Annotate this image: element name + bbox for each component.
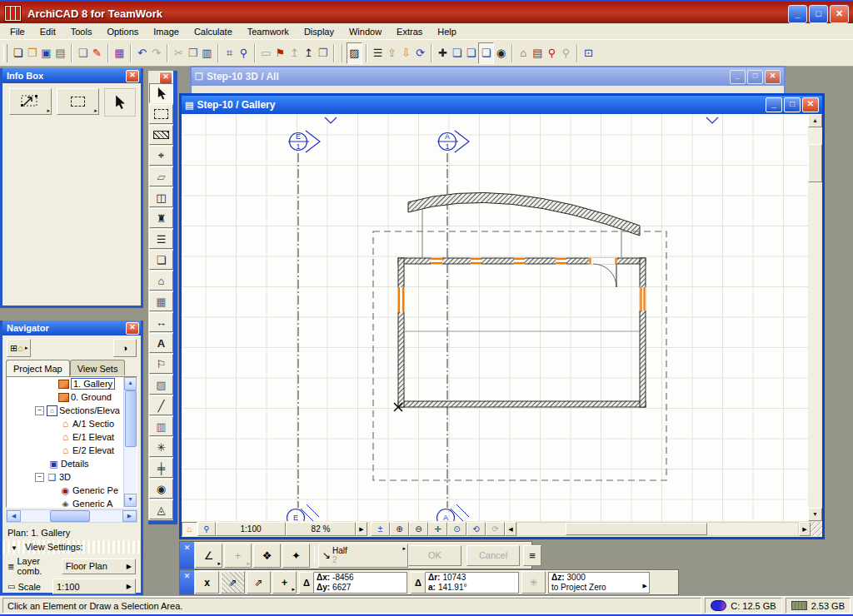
info-box-titlebar[interactable]: Info Box ✕ bbox=[2, 68, 141, 83]
story-button[interactable]: ⌂ bbox=[182, 522, 197, 536]
layer-comb-button[interactable]: Floor Plan ▶ bbox=[62, 559, 136, 574]
close-button[interactable]: ✕ bbox=[765, 70, 781, 84]
scrollbar-thumb[interactable] bbox=[566, 523, 707, 535]
tool-detail[interactable]: ◉ bbox=[149, 479, 173, 499]
new-button[interactable]: ❏ bbox=[11, 43, 25, 63]
menu-edit[interactable]: Edit bbox=[32, 25, 63, 38]
tool-arrow[interactable] bbox=[149, 83, 173, 103]
story-up-button[interactable]: ⇧ bbox=[385, 43, 399, 63]
send-backward-button[interactable]: ↥ bbox=[302, 43, 316, 63]
tool-palette-header[interactable]: ✕ bbox=[148, 71, 173, 83]
publisher-globe-button[interactable]: ◑ bbox=[113, 339, 137, 357]
close-icon[interactable]: ✕ bbox=[180, 570, 194, 594]
zoom-level-button[interactable]: 82 % bbox=[286, 522, 356, 536]
close-icon[interactable]: ✕ bbox=[180, 542, 194, 569]
minimize-button[interactable]: _ bbox=[788, 5, 807, 23]
horizontal-scrollbar[interactable] bbox=[516, 522, 799, 536]
quick-options-dropdown[interactable]: ↘ Half 2 ▸ bbox=[318, 544, 408, 568]
marquee-selection[interactable] bbox=[373, 231, 666, 480]
collapse-icon[interactable]: − bbox=[35, 406, 44, 415]
window-openings[interactable] bbox=[397, 257, 646, 312]
minimize-button[interactable]: _ bbox=[766, 97, 782, 112]
tree-item-3d[interactable]: − ❑ 3D bbox=[7, 470, 137, 484]
section-tick[interactable] bbox=[325, 117, 337, 123]
scrollbar-thumb[interactable] bbox=[50, 510, 90, 522]
close-icon[interactable]: ✕ bbox=[126, 70, 139, 82]
walls[interactable] bbox=[398, 258, 646, 407]
zoom-in-button[interactable]: ⊕ bbox=[390, 522, 409, 536]
scale-button[interactable]: 1:100 ▶ bbox=[52, 579, 136, 594]
maximize-button[interactable]: □ bbox=[747, 70, 763, 84]
door-opening[interactable] bbox=[589, 257, 617, 287]
grid-snap-button[interactable]: ⇗ bbox=[247, 571, 271, 594]
project-tree[interactable]: 1. Gallery 0. Ground − ⌂ Sections/Eleva … bbox=[6, 376, 137, 508]
scroll-right-icon[interactable]: ▶ bbox=[799, 522, 811, 536]
scrollbar-thumb[interactable] bbox=[808, 144, 822, 182]
tree-item-sections[interactable]: − ⌂ Sections/Eleva bbox=[7, 404, 137, 417]
elevation-marker-e1[interactable]: E 1 bbox=[288, 131, 320, 152]
tree-item-ground[interactable]: 0. Ground bbox=[7, 390, 137, 404]
duplicate-button[interactable]: ❐ bbox=[316, 43, 330, 63]
cancel-button[interactable]: Cancel bbox=[466, 545, 520, 566]
tool-roof[interactable]: ⌂ bbox=[149, 271, 173, 291]
elevation-marker-a1[interactable]: A 1 bbox=[437, 131, 469, 152]
scroll-up-icon[interactable]: ▲ bbox=[808, 114, 822, 127]
copy-button[interactable]: ❒ bbox=[186, 43, 200, 63]
tool-marquee[interactable] bbox=[149, 104, 173, 124]
tab-project-map[interactable]: Project Map bbox=[6, 360, 70, 376]
teamwork-button[interactable]: ▦ bbox=[112, 43, 127, 63]
tree-item-generic-perspective[interactable]: ◉ Generic Pe bbox=[7, 484, 137, 497]
menu-help[interactable]: Help bbox=[430, 25, 464, 38]
drawing-canvas[interactable]: E 1 A 1 bbox=[182, 114, 808, 521]
drag-button[interactable]: ⚑ bbox=[273, 43, 287, 63]
tool-stair[interactable]: ☰ bbox=[149, 229, 173, 249]
hotlink-button[interactable]: ✚ bbox=[436, 43, 450, 63]
tree-item-e2-elevation[interactable]: ⌂ E/2 Elevat bbox=[7, 444, 137, 457]
toolbar-grip[interactable] bbox=[3, 44, 7, 62]
print-button[interactable]: ▤ bbox=[53, 43, 67, 63]
bring-forward-button[interactable]: ↥ bbox=[287, 43, 302, 63]
tool-dimension[interactable]: ↔ bbox=[149, 312, 173, 332]
offset-button[interactable]: +▸ bbox=[224, 544, 252, 568]
tool-camera[interactable]: ◬ bbox=[149, 499, 173, 519]
window-3d-all[interactable]: ❒ Step-10 3D / All _ □ ✕ bbox=[190, 66, 786, 93]
previous-zoom-button[interactable]: ⟲ bbox=[466, 522, 486, 536]
vertical-scrollbar[interactable]: ▲ ▼ bbox=[808, 114, 822, 521]
scroll-down-icon[interactable]: ▼ bbox=[124, 494, 137, 507]
fit-view-button[interactable]: ⊙ bbox=[447, 522, 466, 536]
menu-image[interactable]: Image bbox=[146, 25, 187, 38]
close-icon[interactable]: ✕ bbox=[159, 72, 172, 84]
scroll-up-icon[interactable]: ▲ bbox=[124, 377, 137, 390]
curved-roof[interactable] bbox=[408, 192, 640, 236]
menu-calculate[interactable]: Calculate bbox=[187, 25, 240, 38]
menu-extras[interactable]: Extras bbox=[389, 25, 430, 38]
flyout-button[interactable]: ▶ bbox=[356, 522, 367, 536]
resize-grip[interactable] bbox=[811, 522, 822, 536]
tool-mesh[interactable]: ▦ bbox=[149, 291, 173, 311]
maximize-button[interactable]: □ bbox=[784, 97, 801, 112]
fit-in-window-button[interactable]: ⊡ bbox=[581, 43, 596, 63]
angle-field[interactable]: a:141.91° bbox=[428, 583, 516, 593]
hatch-settings-button[interactable]: ▨ bbox=[347, 42, 362, 64]
scrollbar-thumb[interactable] bbox=[125, 390, 137, 447]
window-3d-titlebar[interactable]: ❒ Step-10 3D / All _ □ ✕ bbox=[192, 67, 784, 86]
navigator-titlebar[interactable]: Navigator ✕ bbox=[2, 320, 141, 335]
redo-button[interactable]: ↷ bbox=[149, 43, 163, 63]
tree-vertical-scrollbar[interactable]: ▲ ▼ bbox=[123, 377, 137, 507]
window-gallery[interactable]: ▤ Step-10 / Gallery _ □ ✕ bbox=[179, 93, 825, 539]
magic-wand-button[interactable]: ✦ bbox=[282, 544, 310, 568]
tool-label[interactable]: ⚐ bbox=[149, 354, 173, 374]
tool-text[interactable]: A bbox=[149, 333, 173, 353]
tool-wall[interactable] bbox=[149, 125, 173, 145]
close-button[interactable]: ✕ bbox=[802, 97, 819, 112]
ok-button[interactable]: OK bbox=[408, 545, 461, 566]
dz-field[interactable]: Δz:3000 bbox=[551, 573, 646, 583]
publisher-button[interactable]: ❑ bbox=[76, 43, 90, 63]
tree-item-details[interactable]: ▣ Details bbox=[7, 457, 137, 470]
collapse-icon[interactable]: − bbox=[35, 473, 44, 482]
tool-slab[interactable]: ❏ bbox=[149, 250, 173, 270]
zoom-find-button[interactable]: ⚲ bbox=[545, 43, 559, 63]
materials-button[interactable]: ▤ bbox=[531, 43, 545, 63]
tab-view-sets[interactable]: View Sets bbox=[70, 360, 126, 375]
tool-figure[interactable]: ▥ bbox=[149, 416, 173, 436]
